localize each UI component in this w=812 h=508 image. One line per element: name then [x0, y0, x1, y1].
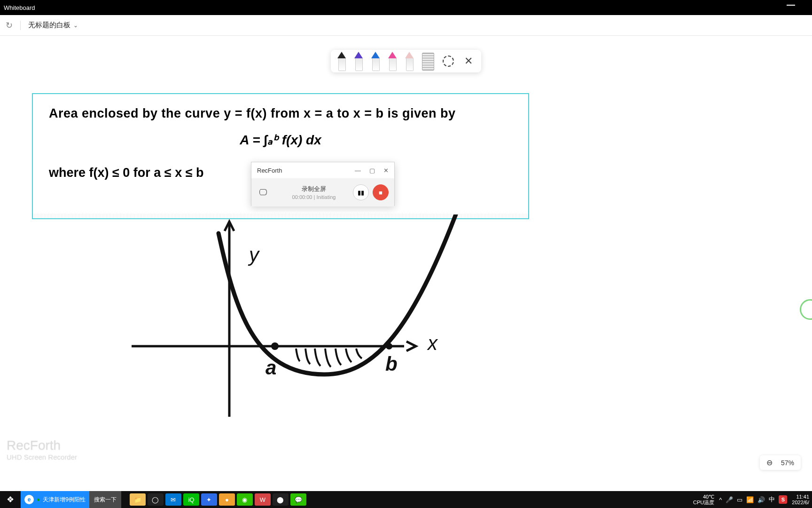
watermark-sub: UHD Screen Recorder	[7, 453, 77, 461]
pause-button[interactable]: ▮▮	[353, 184, 369, 200]
system-tray[interactable]: ^ 🎤 ▭ 📶 🔊 中 S	[719, 495, 787, 504]
window-titlebar: Whiteboard	[0, 0, 812, 15]
whiteboard-canvas[interactable]: ✕ Area enclosed by the curve y = f(x) fr…	[0, 36, 812, 491]
close-icon[interactable]: ✕	[462, 55, 475, 67]
taskbar-app-iqiyi[interactable]: iQ	[183, 493, 199, 506]
ime-badge[interactable]: S	[779, 495, 787, 504]
a-label: a	[265, 357, 276, 379]
cpu-temp[interactable]: 40℃ CPU温度	[693, 494, 714, 505]
taskbar-app-wechat-work[interactable]: ◉	[237, 493, 253, 506]
app-title: Whiteboard	[4, 4, 35, 11]
volume-icon[interactable]: 🔊	[757, 496, 765, 503]
ie-taskbar-item[interactable]: e ● 天津新增9例阳性	[21, 491, 89, 508]
windows-taskbar: ❖ e ● 天津新增9例阳性 搜索一下 📁◯✉iQ✦●◉W⬤💬 40℃ CPU温…	[0, 491, 812, 508]
recforth-body: 🖵 录制全屏 00:00:00 | Initiating ▮▮ ■	[251, 178, 394, 206]
taskbar-app-wechat[interactable]: 💬	[290, 493, 306, 506]
record-status: 00:00:00 | Initiating	[275, 194, 353, 200]
taskbar-app-mail[interactable]: ✉	[165, 493, 181, 506]
start-button[interactable]: ❖	[0, 491, 21, 508]
battery-icon[interactable]: ▭	[737, 496, 742, 503]
purple-pen[interactable]	[354, 52, 363, 71]
search-placeholder: 搜索一下	[94, 496, 117, 504]
board-title: 无标题的白板	[28, 21, 70, 30]
pen-toolbar: ✕	[331, 50, 481, 72]
taskbar-app-wps[interactable]: W	[255, 493, 271, 506]
recforth-titlebar[interactable]: RecForth — ▢ ✕	[251, 162, 394, 178]
tray-up-icon[interactable]: ^	[719, 496, 722, 503]
svg-point-3	[386, 343, 392, 349]
close-icon[interactable]: ✕	[383, 167, 389, 174]
y-label: y	[248, 244, 260, 266]
monitor-icon[interactable]: 🖵	[251, 188, 275, 198]
eraser[interactable]	[405, 52, 414, 71]
record-mode: 录制全屏	[275, 185, 353, 193]
taskbar-apps: 📁◯✉iQ✦●◉W⬤💬	[130, 491, 306, 508]
zoom-control[interactable]: ⊖ 57%	[760, 455, 801, 470]
taskbar-app-file-explorer[interactable]: 📁	[130, 493, 146, 506]
taskbar-app-recforth-app[interactable]: ⬤	[273, 493, 289, 506]
content-line1: Area enclosed by the curve y = f(x) from…	[49, 106, 512, 121]
record-button[interactable]: ■	[373, 184, 389, 200]
b-label: b	[385, 353, 398, 375]
x-label: x	[427, 332, 438, 354]
minimize-icon[interactable]	[787, 5, 795, 6]
search-box[interactable]: 搜索一下	[89, 491, 121, 508]
ie-icon: e	[24, 495, 34, 504]
black-pen[interactable]	[337, 52, 346, 71]
zoom-value: 57%	[781, 459, 794, 467]
watermark-title: RecForth	[7, 438, 77, 453]
ie-tab-text: 天津新增9例阳性	[43, 496, 86, 504]
minimize-icon[interactable]: —	[355, 167, 361, 174]
mic-icon[interactable]: 🎤	[726, 496, 733, 503]
separator	[20, 21, 21, 30]
redo-icon[interactable]: ↻	[6, 20, 13, 31]
app-toolbar: ↻ 无标题的白板 ⌄	[0, 15, 812, 36]
floating-badge[interactable]	[800, 299, 812, 320]
lasso-tool[interactable]	[443, 56, 454, 67]
taskbar-app-app6[interactable]: ●	[219, 493, 235, 506]
wifi-icon[interactable]: 📶	[746, 496, 754, 503]
clock[interactable]: 11:41 2022/6/	[792, 494, 809, 505]
taskbar-app-cortana[interactable]: ◯	[148, 493, 164, 506]
board-title-dropdown[interactable]: 无标题的白板 ⌄	[28, 21, 78, 30]
taskbar-app-feishu[interactable]: ✦	[201, 493, 217, 506]
maximize-icon[interactable]: ▢	[369, 167, 375, 174]
svg-point-2	[271, 342, 279, 350]
ruler-tool[interactable]	[422, 53, 434, 71]
recforth-title: RecForth	[257, 167, 282, 174]
zoom-out-icon[interactable]: ⊖	[766, 458, 773, 467]
content-equation: A = ∫ₐᵇ f(x) dx	[49, 132, 512, 148]
blue-pen[interactable]	[371, 52, 380, 71]
pink-highlighter[interactable]	[388, 52, 397, 71]
chevron-down-icon: ⌄	[73, 22, 78, 29]
ime-indicator[interactable]: 中	[769, 495, 775, 504]
recforth-window[interactable]: RecForth — ▢ ✕ 🖵 录制全屏 00:00:00 | Initiat…	[251, 162, 395, 206]
recforth-watermark: RecForth UHD Screen Recorder	[7, 438, 77, 461]
